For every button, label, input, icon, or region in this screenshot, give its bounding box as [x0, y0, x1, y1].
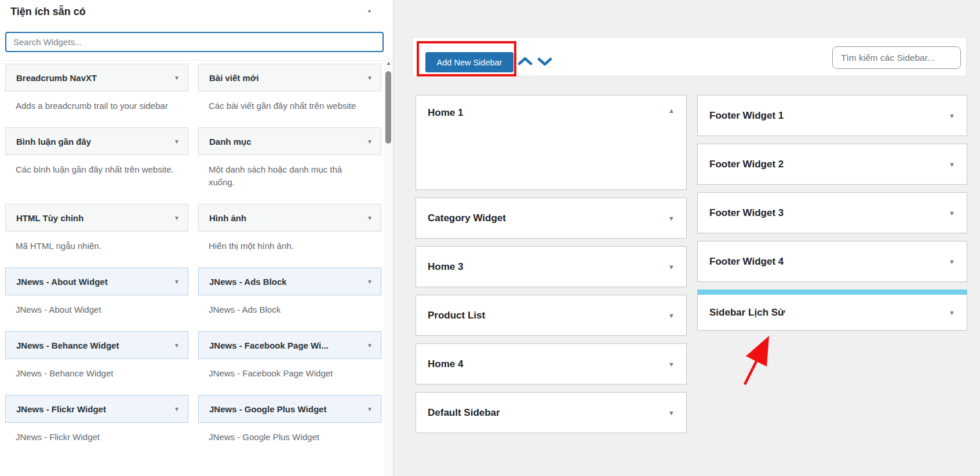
chevron-toggle-icon[interactable]: ▼ — [949, 161, 955, 168]
chevron-down-icon[interactable] — [537, 56, 553, 67]
widget-description: Các bình luận gần đây nhất trên website. — [16, 163, 188, 176]
sidebar-card-header: Footer Widget 2 ▼ — [698, 144, 967, 184]
panel-title: Tiện ích sẵn có — [10, 4, 86, 19]
widget-title: JNews - About Widget — [16, 277, 174, 287]
chevron-toggle-icon[interactable]: ▼ — [949, 309, 955, 316]
collapse-panel-icon[interactable]: ▲ — [367, 8, 372, 19]
chevron-down-icon[interactable]: ▼ — [367, 215, 373, 221]
sidebar-card[interactable]: Home 1 ▲ — [416, 95, 687, 190]
widget-card[interactable]: Bài viết mới ▼ — [198, 64, 381, 91]
sidebar-card-header: Home 1 ▲ — [416, 96, 686, 189]
widget-cell: HTML Tùy chỉnh ▼ Mã HTML ngẫu nhiên. — [5, 204, 188, 268]
sidebar-title: Home 4 — [428, 358, 463, 370]
chevron-down-icon[interactable]: ▼ — [174, 342, 180, 349]
sidebar-card[interactable]: Footer Widget 2 ▼ — [697, 144, 967, 185]
sidebar-card[interactable]: Category Widget ▼ — [416, 197, 687, 239]
sidebar-title: Home 1 — [428, 107, 463, 119]
sidebar-card[interactable]: Home 4 ▼ — [416, 343, 687, 385]
widget-title: JNews - Google Plus Widget — [209, 404, 367, 414]
widget-cell: JNews - Behance Widget ▼ JNews - Behance… — [5, 331, 188, 395]
sidebar-card-header: Home 3 ▼ — [416, 247, 686, 287]
widget-cell: Breadcrumb NavXT ▼ Adds a breadcrumb tra… — [5, 64, 188, 127]
chevron-toggle-icon[interactable]: ▼ — [668, 312, 675, 319]
widget-title: Danh mục — [209, 137, 367, 147]
chevron-toggle-icon[interactable]: ▼ — [949, 112, 955, 119]
chevron-down-icon[interactable]: ▼ — [367, 406, 373, 412]
sidebar-card-header: Home 4 ▼ — [416, 344, 686, 384]
chevron-down-icon[interactable]: ▼ — [367, 279, 373, 285]
chevron-down-icon[interactable]: ▼ — [174, 75, 180, 81]
widget-cell: JNews - About Widget ▼ JNews - About Wid… — [5, 268, 188, 331]
sidebar-card[interactable]: Product List ▼ — [416, 295, 687, 336]
sidebar-card-header: Footer Widget 3 ▼ — [698, 193, 967, 233]
scrollbar-thumb[interactable] — [385, 71, 391, 144]
widget-card[interactable]: JNews - Behance Widget ▼ — [5, 331, 188, 359]
widget-description: JNews - Facebook Page Widget — [209, 367, 381, 380]
chevron-down-icon[interactable]: ▼ — [174, 279, 180, 285]
sidebar-column-right: Footer Widget 1 ▼ Footer Widget 2 ▼ Foot… — [697, 95, 967, 331]
widget-cell: JNews - Facebook Page Wi... ▼ JNews - Fa… — [198, 331, 381, 395]
chevron-toggle-icon[interactable]: ▼ — [668, 263, 675, 270]
widget-cell: Danh mục ▼ Một danh sách hoặc danh mục t… — [198, 127, 381, 204]
widget-card[interactable]: Bình luận gần đây ▼ — [5, 127, 188, 155]
widget-card[interactable]: Breadcrumb NavXT ▼ — [5, 64, 188, 91]
widget-card[interactable]: JNews - Google Plus Widget ▼ — [198, 395, 381, 423]
chevron-down-icon[interactable]: ▼ — [367, 342, 373, 349]
widget-title: JNews - Facebook Page Wi... — [209, 340, 367, 350]
annotation-arrow-icon — [737, 335, 775, 393]
sidebar-title: Category Widget — [428, 213, 506, 224]
widget-description: Một danh sách hoặc danh mục thả xuống. — [209, 163, 354, 189]
widget-card[interactable]: JNews - Ads Block ▼ — [198, 268, 381, 295]
chevron-toggle-icon[interactable]: ▼ — [949, 210, 955, 217]
widget-card[interactable]: JNews - Flickr Widget ▼ — [5, 395, 188, 423]
sidebar-card-header: Default Sidebar ▼ — [416, 393, 686, 433]
chevron-up-icon[interactable] — [517, 56, 533, 67]
chevron-down-icon[interactable]: ▼ — [174, 406, 180, 412]
widget-description: JNews - Flickr Widget — [16, 431, 188, 444]
sidebar-card[interactable]: Default Sidebar ▼ — [416, 392, 687, 433]
sidebar-title: Footer Widget 2 — [709, 159, 784, 170]
widget-card[interactable]: Hình ảnh ▼ — [198, 204, 381, 232]
widget-cell: Hình ảnh ▼ Hiển thị một hình ảnh. — [198, 204, 381, 268]
sidebar-toolbar: Add New Sidebar — [412, 37, 967, 76]
chevron-toggle-icon[interactable]: ▼ — [668, 409, 675, 416]
widget-title: JNews - Behance Widget — [16, 340, 174, 350]
widget-card[interactable]: HTML Tùy chỉnh ▼ — [5, 204, 188, 232]
chevron-toggle-icon[interactable]: ▼ — [668, 215, 675, 222]
sidebar-card[interactable]: Footer Widget 1 ▼ — [697, 95, 967, 136]
widgets-grid: Breadcrumb NavXT ▼ Adds a breadcrumb tra… — [5, 64, 382, 459]
widget-card[interactable]: JNews - Facebook Page Wi... ▼ — [198, 331, 381, 359]
widget-description: JNews - Ads Block — [209, 303, 381, 316]
sidebar-card[interactable]: Home 3 ▼ — [416, 246, 687, 287]
sidebar-card[interactable]: Sidebar Lịch Sử ▼ — [697, 290, 967, 331]
widget-title: Bình luận gần đây — [16, 137, 174, 147]
widget-title: JNews - Ads Block — [209, 277, 367, 287]
widget-title: JNews - Flickr Widget — [16, 404, 174, 414]
widget-search-input[interactable] — [5, 32, 384, 52]
sidebar-title: Footer Widget 1 — [709, 110, 784, 122]
chevron-down-icon[interactable]: ▼ — [174, 215, 180, 221]
widget-description: JNews - Behance Widget — [16, 367, 188, 380]
sidebar-search-input[interactable] — [832, 46, 961, 69]
sidebar-title: Default Sidebar — [428, 407, 500, 419]
sidebar-card[interactable]: Footer Widget 3 ▼ — [697, 192, 967, 233]
panel-scrollbar[interactable]: ▲ — [384, 57, 393, 476]
scroll-up-icon[interactable]: ▲ — [384, 60, 393, 66]
widget-cell: Bài viết mới ▼ Các bài viết gần đây nhất… — [198, 64, 381, 127]
widget-card[interactable]: Danh mục ▼ — [198, 127, 381, 155]
chevron-down-icon[interactable]: ▼ — [174, 138, 180, 145]
chevron-toggle-icon[interactable]: ▼ — [668, 361, 675, 368]
add-new-sidebar-button[interactable]: Add New Sidebar — [425, 52, 513, 72]
chevron-down-icon[interactable]: ▼ — [367, 75, 373, 81]
chevron-toggle-icon[interactable]: ▼ — [949, 258, 955, 265]
widget-cell: JNews - Ads Block ▼ JNews - Ads Block — [198, 268, 381, 331]
chevron-down-icon[interactable]: ▼ — [367, 138, 373, 145]
annotation-red-box: Add New Sidebar — [417, 41, 516, 76]
widget-card[interactable]: JNews - About Widget ▼ — [5, 268, 188, 295]
chevron-toggle-icon[interactable]: ▲ — [668, 107, 675, 114]
sidebar-card[interactable]: Footer Widget 4 ▼ — [697, 241, 967, 282]
widget-title: Hình ảnh — [209, 213, 367, 223]
widget-title: Bài viết mới — [209, 73, 367, 83]
widget-description: Mã HTML ngẫu nhiên. — [16, 240, 188, 252]
widget-description: JNews - About Widget — [16, 303, 188, 316]
